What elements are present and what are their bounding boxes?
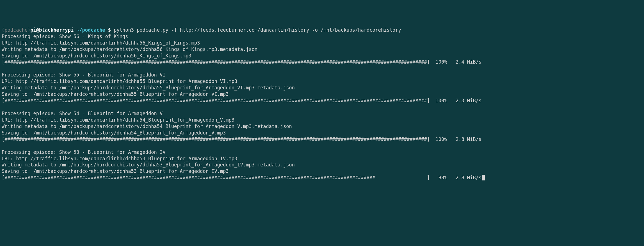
processing-line: Processing episode: Show 55 - Blueprint … — [2, 72, 642, 78]
user-host: pi@blackberrypi — [30, 27, 74, 33]
cwd: ~/podcache — [76, 27, 105, 33]
processing-line: Processing episode: Show 53 - Blueprint … — [2, 149, 642, 156]
progress-bar: [#######################################… — [2, 175, 642, 181]
metadata-line: Writing metadata to /mnt/backups/hardcor… — [2, 123, 642, 130]
metadata-line: Writing metadata to /mnt/backups/hardcor… — [2, 162, 642, 168]
terminal-cursor — [482, 175, 485, 180]
terminal-output[interactable]: (podcache)pi@blackberrypi ~/podcache $ p… — [2, 27, 642, 181]
url-line: URL: http://traffic.libsyn.com/dancarlin… — [2, 40, 642, 46]
episode-block: Processing episode: Show 54 - Blueprint … — [2, 110, 642, 149]
metadata-line: Writing metadata to /mnt/backups/hardcor… — [2, 46, 642, 53]
metadata-line: Writing metadata to /mnt/backups/hardcor… — [2, 85, 642, 91]
url-line: URL: http://traffic.libsyn.com/dancarlin… — [2, 117, 642, 123]
command-text: python3 podcache.py -f http://feeds.feed… — [114, 27, 401, 33]
blank-line — [2, 143, 642, 149]
progress-bar: [#######################################… — [2, 136, 642, 143]
prompt-symbol: $ — [108, 27, 111, 33]
progress-bar: [#######################################… — [2, 98, 642, 104]
blank-line — [2, 104, 642, 110]
processing-line: Processing episode: Show 56 - Kings of K… — [2, 33, 642, 40]
prompt-line: (podcache)pi@blackberrypi ~/podcache $ p… — [2, 27, 642, 33]
saving-line: Saving to: /mnt/backups/hardcorehistory/… — [2, 53, 642, 59]
saving-line: Saving to: /mnt/backups/hardcorehistory/… — [2, 130, 642, 136]
url-line: URL: http://traffic.libsyn.com/dancarlin… — [2, 78, 642, 85]
blank-line — [2, 65, 642, 72]
processing-line: Processing episode: Show 54 - Blueprint … — [2, 110, 642, 117]
venv-name: (podcache) — [2, 27, 30, 33]
episode-block: Processing episode: Show 53 - Blueprint … — [2, 149, 642, 181]
saving-line: Saving to: /mnt/backups/hardcorehistory/… — [2, 91, 642, 98]
url-line: URL: http://traffic.libsyn.com/dancarlin… — [2, 156, 642, 162]
progress-bar: [#######################################… — [2, 59, 642, 65]
episode-block: Processing episode: Show 56 - Kings of K… — [2, 33, 642, 72]
episode-block: Processing episode: Show 55 - Blueprint … — [2, 72, 642, 110]
saving-line: Saving to: /mnt/backups/hardcorehistory/… — [2, 168, 642, 175]
